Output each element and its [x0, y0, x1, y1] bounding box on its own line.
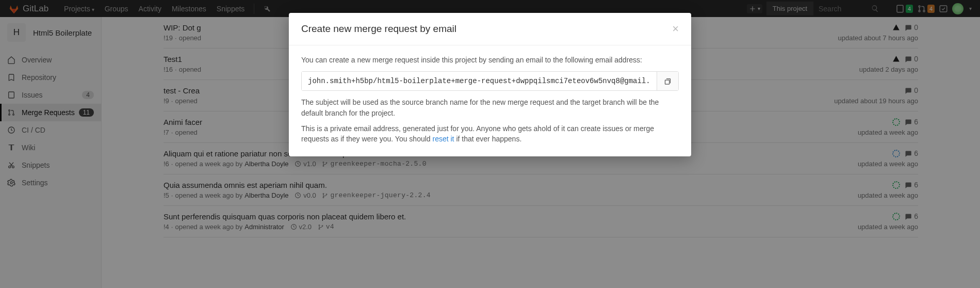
modal-intro: You can create a new merge request insid… — [301, 55, 679, 65]
copy-email-button[interactable] — [657, 72, 678, 90]
modal-subject-note: The subject will be used as the source b… — [301, 97, 679, 118]
modal-title: Create new merge request by email — [301, 23, 456, 35]
close-icon[interactable]: × — [672, 22, 679, 36]
reset-email-link[interactable]: reset it — [433, 135, 454, 143]
copy-icon — [664, 77, 672, 85]
modal-privacy-note: This is a private email address, generat… — [301, 123, 679, 145]
email-mr-modal: Create new merge request by email × You … — [289, 13, 691, 156]
email-address-input[interactable] — [302, 72, 657, 90]
